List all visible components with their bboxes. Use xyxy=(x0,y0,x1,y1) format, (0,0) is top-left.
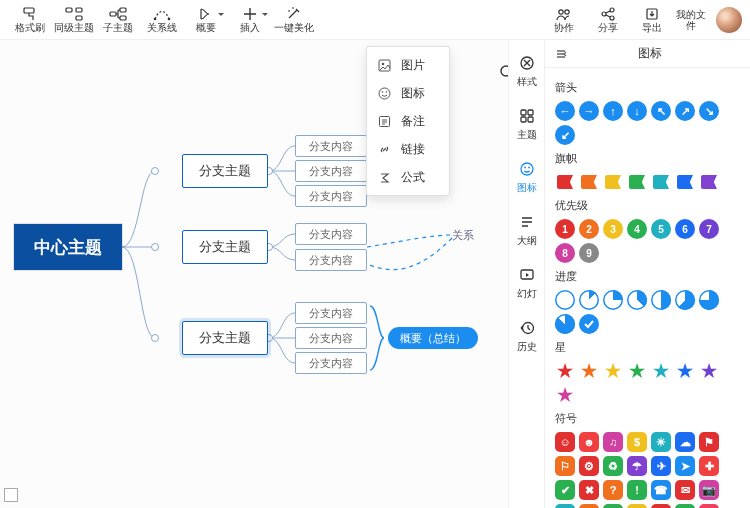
tool-my-files[interactable]: 我的文件 xyxy=(674,1,708,39)
panel-icon-symbols[interactable]: ★ xyxy=(627,504,647,508)
rail-theme[interactable]: 主题 xyxy=(511,107,543,142)
insert-formula[interactable]: 公式 xyxy=(367,163,449,191)
tool-sibling-topic[interactable]: 同级主题 xyxy=(52,1,96,39)
panel-icon-progress[interactable] xyxy=(555,290,575,310)
branch-node-2[interactable]: 分支主题 xyxy=(182,230,268,264)
panel-icon-symbols[interactable]: ✚ xyxy=(699,456,719,476)
tool-format-painter[interactable]: 格式刷 xyxy=(8,1,52,39)
leaf-node[interactable]: 分支内容 xyxy=(295,249,367,271)
tool-collaborate[interactable]: 协作 xyxy=(542,1,586,39)
panel-icon-arrows[interactable]: ↙ xyxy=(555,125,575,145)
panel-icon-progress[interactable] xyxy=(699,290,719,310)
insert-note[interactable]: 备注 xyxy=(367,107,449,135)
panel-icon-priority[interactable]: 6 xyxy=(675,219,695,239)
panel-icon-priority[interactable]: 2 xyxy=(579,219,599,239)
panel-icon-priority[interactable]: 5 xyxy=(651,219,671,239)
panel-icon-flags[interactable] xyxy=(603,172,623,192)
panel-icon-symbols[interactable]: ♣ xyxy=(603,504,623,508)
panel-icon-symbols[interactable]: 📷 xyxy=(699,480,719,500)
insert-image[interactable]: 图片 xyxy=(367,51,449,79)
panel-icon-symbols[interactable]: ✖ xyxy=(579,480,599,500)
panel-icon-flags[interactable] xyxy=(699,172,719,192)
tool-export[interactable]: 导出 xyxy=(630,1,674,39)
panel-icon-symbols[interactable]: ♫ xyxy=(603,432,623,452)
panel-icon-stars[interactable]: ★ xyxy=(651,361,671,381)
panel-icon-arrows[interactable]: → xyxy=(579,101,599,121)
tool-summary[interactable]: 概要 xyxy=(184,1,228,39)
rail-outline[interactable]: 大纲 xyxy=(511,213,543,248)
panel-icon-symbols[interactable]: ⬢ xyxy=(675,504,695,508)
leaf-node[interactable]: 分支内容 xyxy=(295,160,367,182)
panel-icon-symbols[interactable]: ☻ xyxy=(579,432,599,452)
panel-icon-stars[interactable]: ★ xyxy=(627,361,647,381)
tool-insert[interactable]: 插入 xyxy=(228,1,272,39)
panel-icon-symbols[interactable]: ⚙ xyxy=(579,456,599,476)
panel-icon-symbols[interactable]: ✿ xyxy=(579,504,599,508)
leaf-node[interactable]: 分支内容 xyxy=(295,352,367,374)
panel-icon-stars[interactable]: ★ xyxy=(675,361,695,381)
panel-icon-priority[interactable]: 3 xyxy=(603,219,623,239)
tool-sub-topic[interactable]: 子主题 xyxy=(96,1,140,39)
panel-icon-arrows[interactable]: ↖ xyxy=(651,101,671,121)
tool-relation-line[interactable]: 关系线 xyxy=(140,1,184,39)
panel-icon-progress[interactable] xyxy=(627,290,647,310)
summary-node[interactable]: 概要（总结） xyxy=(388,327,478,349)
panel-icon-symbols[interactable]: ➤ xyxy=(675,456,695,476)
panel-icon-progress[interactable] xyxy=(603,290,623,310)
rail-icons[interactable]: 图标 xyxy=(511,160,543,195)
panel-icon-arrows[interactable]: ← xyxy=(555,101,575,121)
panel-icon-priority[interactable]: 1 xyxy=(555,219,575,239)
panel-collapse-button[interactable] xyxy=(549,42,573,66)
rail-style[interactable]: 样式 xyxy=(511,54,543,89)
panel-icon-priority[interactable]: 4 xyxy=(627,219,647,239)
panel-icon-symbols[interactable]: ⚑ xyxy=(699,432,719,452)
panel-icon-symbols[interactable]: ♦ xyxy=(555,504,575,508)
panel-icon-progress[interactable] xyxy=(555,314,575,334)
insert-icon[interactable]: 图标 xyxy=(367,79,449,107)
panel-icon-symbols[interactable]: ✔ xyxy=(555,480,575,500)
tool-share[interactable]: 分享 xyxy=(586,1,630,39)
panel-icon-stars[interactable]: ★ xyxy=(603,361,623,381)
panel-icon-symbols[interactable]: ☺ xyxy=(555,432,575,452)
insert-link[interactable]: 链接 xyxy=(367,135,449,163)
relation-label[interactable]: 关系 xyxy=(452,228,474,243)
canvas[interactable]: 中心主题 分支主题 分支主题 分支主题 分支内容 分支内容 分支内容 分支内容 … xyxy=(0,40,544,508)
panel-icon-arrows[interactable]: ↑ xyxy=(603,101,623,121)
panel-icon-progress[interactable] xyxy=(579,314,599,334)
panel-icon-flags[interactable] xyxy=(675,172,695,192)
panel-icon-flags[interactable] xyxy=(651,172,671,192)
rail-slideshow[interactable]: 幻灯 xyxy=(511,266,543,301)
branch-node-1[interactable]: 分支主题 xyxy=(182,154,268,188)
panel-icon-symbols[interactable]: ♥ xyxy=(699,504,719,508)
leaf-node[interactable]: 分支内容 xyxy=(295,327,367,349)
panel-icon-flags[interactable] xyxy=(579,172,599,192)
panel-icon-stars[interactable]: ★ xyxy=(699,361,719,381)
panel-icon-arrows[interactable]: ↘ xyxy=(699,101,719,121)
panel-icon-priority[interactable]: 8 xyxy=(555,243,575,263)
panel-icon-symbols[interactable]: ♻ xyxy=(603,456,623,476)
panel-icon-flags[interactable] xyxy=(555,172,575,192)
panel-icon-stars[interactable]: ★ xyxy=(555,385,575,405)
panel-icon-symbols[interactable]: ☎ xyxy=(651,480,671,500)
panel-scroll-area[interactable]: 箭头←→↑↓↖↗↘↙旗帜优先级123456789进度星★★★★★★★★符号☺☻♫… xyxy=(545,68,750,508)
panel-icon-priority[interactable]: 9 xyxy=(579,243,599,263)
panel-icon-stars[interactable]: ★ xyxy=(579,361,599,381)
panel-icon-progress[interactable] xyxy=(651,290,671,310)
panel-icon-symbols[interactable]: ☀ xyxy=(651,432,671,452)
panel-icon-symbols[interactable]: ✈ xyxy=(651,456,671,476)
panel-icon-symbols[interactable]: ☂ xyxy=(627,456,647,476)
minimap-toggle[interactable] xyxy=(4,488,18,502)
panel-icon-stars[interactable]: ★ xyxy=(555,361,575,381)
leaf-node[interactable]: 分支内容 xyxy=(295,223,367,245)
panel-icon-progress[interactable] xyxy=(675,290,695,310)
panel-icon-progress[interactable] xyxy=(579,290,599,310)
panel-icon-flags[interactable] xyxy=(627,172,647,192)
rail-history[interactable]: 历史 xyxy=(511,319,543,354)
panel-icon-symbols[interactable]: ! xyxy=(627,480,647,500)
panel-icon-symbols[interactable]: ☁ xyxy=(675,432,695,452)
panel-icon-arrows[interactable]: ↗ xyxy=(675,101,695,121)
tool-beautify[interactable]: 一键美化 xyxy=(272,1,316,39)
panel-icon-symbols[interactable]: ? xyxy=(603,480,623,500)
center-topic-node[interactable]: 中心主题 xyxy=(14,224,122,270)
user-avatar[interactable] xyxy=(716,7,742,33)
